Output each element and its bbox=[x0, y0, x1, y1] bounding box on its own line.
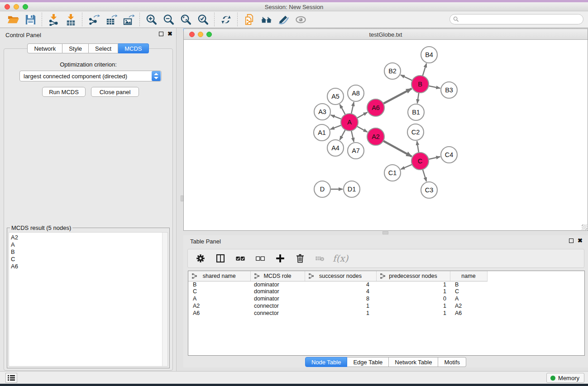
bird-eye-view-button[interactable] bbox=[292, 12, 309, 27]
graph-edge-B-B2[interactable] bbox=[401, 75, 412, 81]
network-window-titlebar[interactable]: testGlobe.txt bbox=[184, 29, 588, 40]
graph-edge-C-C1[interactable] bbox=[401, 164, 412, 169]
cell-mcds-role[interactable]: connector bbox=[250, 303, 305, 310]
table-row[interactable]: A6 connector 1 1 A6 bbox=[188, 310, 584, 317]
tab-network-table[interactable]: Network Table bbox=[389, 357, 438, 367]
export-table-button[interactable] bbox=[102, 12, 120, 27]
column-header-predecessor-nodes[interactable]: predecessor nodes bbox=[376, 271, 450, 281]
tab-node-table[interactable]: Node Table bbox=[305, 357, 348, 367]
list-item[interactable]: A6 bbox=[11, 263, 167, 270]
save-session-button[interactable] bbox=[22, 12, 39, 27]
horizontal-split-grip[interactable] bbox=[382, 231, 388, 234]
show-all-networks-button[interactable] bbox=[258, 12, 275, 27]
table-options-button[interactable] bbox=[192, 251, 209, 266]
export-network-button[interactable] bbox=[85, 12, 102, 27]
cell-shared-name[interactable]: A bbox=[188, 295, 250, 303]
graph-edge-A-A3[interactable] bbox=[331, 115, 342, 119]
close-panel-icon[interactable]: ✖ bbox=[167, 32, 172, 36]
graph-edge-A-A7[interactable] bbox=[351, 131, 354, 142]
cell-successor-nodes[interactable]: 4 bbox=[305, 288, 376, 295]
zoom-in-button[interactable] bbox=[143, 12, 160, 27]
search-input[interactable] bbox=[459, 16, 583, 23]
list-item[interactable]: B bbox=[11, 248, 167, 256]
import-table-button[interactable] bbox=[62, 12, 79, 27]
graph-edge-C-C3[interactable] bbox=[423, 169, 426, 181]
cell-predecessor-nodes[interactable]: 1 bbox=[376, 288, 450, 295]
cell-predecessor-nodes[interactable]: 1 bbox=[376, 303, 450, 310]
zoom-selected-button[interactable] bbox=[194, 12, 211, 27]
hide-labels-button[interactable] bbox=[275, 12, 292, 27]
add-column-button[interactable] bbox=[272, 251, 288, 266]
cell-name[interactable]: A2 bbox=[450, 303, 487, 310]
deselect-all-rows-button[interactable] bbox=[252, 251, 268, 266]
network-canvas[interactable]: B4B2BB3A8A5A6A3B1AA1C2A2A4A7C4CC1C3DD1 bbox=[184, 40, 587, 230]
cell-name[interactable]: A bbox=[450, 295, 487, 303]
tab-mcds[interactable]: MCDS bbox=[118, 43, 148, 53]
cell-mcds-role[interactable]: dominator bbox=[250, 288, 305, 295]
import-network-button[interactable] bbox=[45, 12, 62, 27]
graph-edge-C-C4[interactable] bbox=[429, 157, 440, 159]
cell-mcds-role[interactable]: dominator bbox=[250, 281, 305, 288]
run-mcds-button[interactable]: Run MCDS bbox=[42, 87, 86, 97]
graph-edge-C-C2[interactable] bbox=[417, 141, 419, 152]
list-item[interactable]: C bbox=[11, 256, 167, 263]
cell-predecessor-nodes[interactable]: 1 bbox=[376, 310, 450, 317]
result-list-scrollbar[interactable] bbox=[162, 233, 167, 366]
cell-shared-name[interactable]: A2 bbox=[188, 303, 250, 310]
column-header-name[interactable]: name bbox=[450, 271, 487, 281]
close-panel-button[interactable]: Close panel bbox=[91, 87, 139, 97]
network-graph[interactable]: B4B2BB3A8A5A6A3B1AA1C2A2A4A7C4CC1C3DD1 bbox=[184, 40, 588, 230]
column-header-mcds-role[interactable]: MCDS role bbox=[250, 271, 305, 281]
list-item[interactable]: A bbox=[11, 241, 167, 248]
cell-predecessor-nodes[interactable]: 0 bbox=[376, 295, 450, 303]
cell-name[interactable]: A6 bbox=[450, 310, 487, 317]
list-item[interactable]: A2 bbox=[11, 234, 167, 241]
float-panel-icon[interactable] bbox=[159, 32, 163, 36]
tab-style[interactable]: Style bbox=[62, 43, 89, 53]
cell-shared-name[interactable]: C bbox=[188, 288, 250, 295]
cell-name[interactable]: C bbox=[450, 288, 487, 295]
optimization-criterion-select[interactable]: largest connected component (directed) bbox=[19, 71, 162, 81]
clone-network-button[interactable] bbox=[240, 12, 258, 27]
apply-layout-button[interactable] bbox=[217, 12, 234, 27]
graph-edge-A-A8[interactable] bbox=[351, 102, 354, 114]
graph-edge-A-A5[interactable] bbox=[340, 105, 345, 115]
tab-edge-table[interactable]: Edge Table bbox=[347, 357, 389, 367]
cell-mcds-role[interactable]: connector bbox=[250, 310, 305, 317]
table-row[interactable]: B dominator 4 1 B bbox=[188, 281, 584, 288]
cell-successor-nodes[interactable]: 8 bbox=[305, 295, 376, 303]
zoom-out-button[interactable] bbox=[160, 12, 177, 27]
tab-motifs[interactable]: Motifs bbox=[438, 357, 466, 367]
close-table-panel-icon[interactable]: ✖ bbox=[578, 238, 583, 243]
graph-edge-B-B3[interactable] bbox=[429, 86, 440, 88]
destroy-table-button[interactable] bbox=[312, 251, 328, 266]
function-builder-button[interactable]: f(x) bbox=[332, 253, 348, 264]
column-header-shared-name[interactable]: shared name bbox=[188, 271, 250, 281]
tab-network[interactable]: Network bbox=[27, 43, 62, 53]
open-session-button[interactable] bbox=[5, 12, 22, 27]
graph-edge-A-A2[interactable] bbox=[357, 126, 368, 132]
table-row[interactable]: A dominator 8 0 A bbox=[188, 295, 584, 303]
cell-successor-nodes[interactable]: 4 bbox=[305, 281, 376, 288]
graph-edge-B-B1[interactable] bbox=[417, 93, 419, 103]
graph-edge-A-A4[interactable] bbox=[340, 130, 345, 140]
cell-shared-name[interactable]: B bbox=[188, 281, 250, 288]
graph-edge-A-A1[interactable] bbox=[330, 125, 342, 129]
export-image-button[interactable] bbox=[120, 12, 137, 27]
graph-edge-A2-C[interactable] bbox=[383, 141, 412, 157]
cell-name[interactable]: B bbox=[450, 281, 487, 288]
delete-columns-button[interactable] bbox=[292, 251, 308, 266]
cell-shared-name[interactable]: A6 bbox=[188, 310, 250, 317]
memory-button[interactable]: Memory bbox=[546, 373, 584, 383]
cell-successor-nodes[interactable]: 1 bbox=[305, 303, 376, 310]
task-history-button[interactable] bbox=[5, 373, 17, 383]
column-header-successor-nodes[interactable]: successor nodes bbox=[305, 271, 376, 281]
mcds-result-list[interactable]: A2 A B C A6 bbox=[9, 232, 168, 367]
cell-mcds-role[interactable]: dominator bbox=[250, 295, 305, 303]
select-all-rows-button[interactable] bbox=[232, 251, 249, 266]
vertical-split-grip[interactable] bbox=[181, 195, 183, 201]
float-table-panel-icon[interactable] bbox=[569, 238, 574, 243]
table-row[interactable]: C dominator 4 1 C bbox=[188, 288, 584, 295]
window-resize-grip[interactable] bbox=[582, 224, 587, 230]
cell-predecessor-nodes[interactable]: 1 bbox=[376, 281, 450, 288]
